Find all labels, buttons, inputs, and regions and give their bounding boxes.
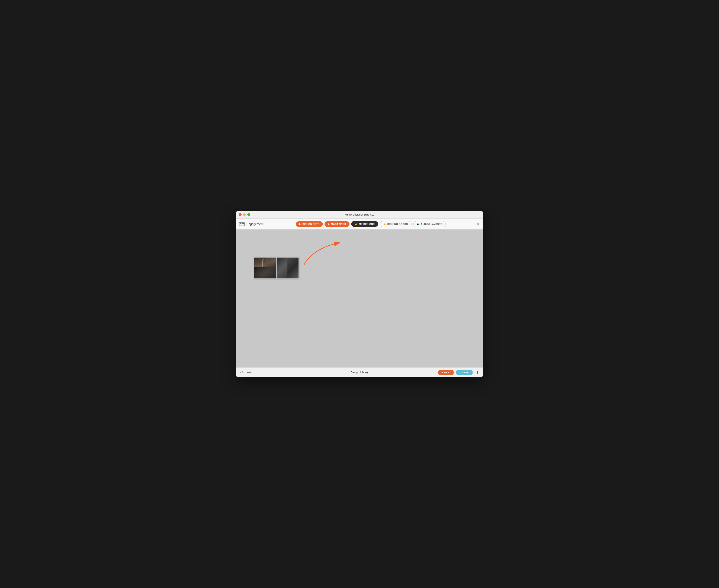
app-logo-icon xyxy=(239,222,245,227)
download-icon: ⬇ xyxy=(476,370,479,375)
album-page-right xyxy=(277,257,299,278)
my-designs-label: MY DESIGNS xyxy=(359,223,375,225)
app-logo: Engagement xyxy=(239,222,263,227)
arrow-icon: ▶ xyxy=(328,223,330,225)
photo-right-2 xyxy=(288,257,298,278)
magazines-button[interactable]: ▶ MAGAZINES xyxy=(324,221,350,227)
toolbar: Engagement ▶ DESIGN SETS ▶ MAGAZINES 👍 M… xyxy=(236,218,483,230)
photo-bottom-left xyxy=(254,267,276,278)
svg-rect-3 xyxy=(242,223,244,224)
design-sets-label: DESIGN SETS xyxy=(302,223,319,225)
status-bar: ↺ ⟵ Design Library OPEN ‹ AREA ⬇ xyxy=(236,368,483,377)
my-designs-icon: 👍 xyxy=(355,223,358,225)
album-layouts-icon: 📷 xyxy=(417,223,420,225)
area-label: AREA xyxy=(462,371,469,374)
arrow-annotation xyxy=(302,241,349,268)
signing-books-button[interactable]: ✍ SIGNING BOOKS xyxy=(380,221,411,227)
arrow-icon: ▶ xyxy=(299,223,301,225)
album-thumbnail[interactable] xyxy=(254,257,299,279)
download-button[interactable]: ⬇ xyxy=(475,369,480,376)
refresh-icon: ↺ xyxy=(240,370,243,374)
chevron-left-icon: ‹ xyxy=(460,371,461,374)
magazines-label: MAGAZINES xyxy=(331,223,346,225)
back-icon: ⟵ xyxy=(247,370,252,374)
status-label: Design Library xyxy=(351,371,368,374)
photo-grid-right xyxy=(277,257,299,278)
refresh-button[interactable]: ↺ xyxy=(239,370,244,375)
title-bar: Fundy Designer Suite v10 xyxy=(236,211,483,218)
project-name: Engagement xyxy=(247,223,263,226)
traffic-lights xyxy=(239,213,250,216)
status-bar-right: OPEN ‹ AREA ⬇ xyxy=(438,369,480,376)
photo-top-left xyxy=(254,257,276,267)
open-button[interactable]: OPEN xyxy=(438,370,453,375)
photo-arch xyxy=(262,259,268,267)
main-content xyxy=(236,230,483,368)
back-button[interactable]: ⟵ xyxy=(246,370,252,375)
my-designs-button[interactable]: 👍 MY DESIGNS xyxy=(351,221,378,227)
album-layouts-label: ALBUM LAYOUTS xyxy=(421,223,442,225)
album-page-left xyxy=(254,257,277,278)
close-icon[interactable]: × xyxy=(476,221,480,227)
album-layouts-button[interactable]: 📷 ALBUM LAYOUTS xyxy=(413,221,446,227)
photo-grid-left xyxy=(254,257,276,278)
close-button[interactable] xyxy=(239,213,241,216)
photo-right-1 xyxy=(277,257,288,278)
design-sets-button[interactable]: ▶ DESIGN SETS xyxy=(296,221,323,227)
window-title: Fundy Designer Suite v10 xyxy=(345,213,374,216)
minimize-button[interactable] xyxy=(243,213,246,216)
area-button[interactable]: ‹ AREA xyxy=(456,370,473,375)
toolbar-buttons: ▶ DESIGN SETS ▶ MAGAZINES 👍 MY DESIGNS ✍… xyxy=(268,221,474,227)
signing-books-label: SIGNING BOOKS xyxy=(387,223,408,225)
app-window: Fundy Designer Suite v10 Engagement ▶ DE… xyxy=(236,211,483,377)
svg-rect-2 xyxy=(240,223,241,224)
maximize-button[interactable] xyxy=(247,213,250,216)
signing-books-icon: ✍ xyxy=(383,223,386,225)
